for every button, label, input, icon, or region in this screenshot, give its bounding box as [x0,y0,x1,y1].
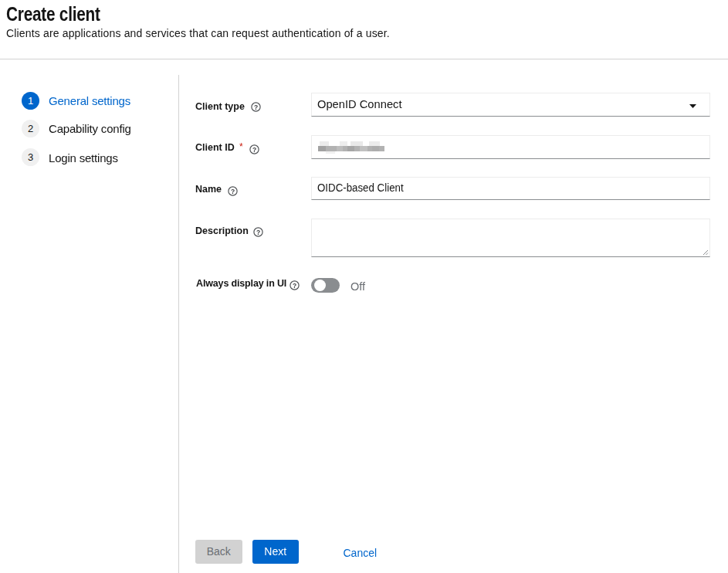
svg-text:?: ? [256,228,260,236]
svg-text:?: ? [231,187,235,195]
svg-text:?: ? [292,281,296,289]
svg-text:?: ? [252,145,256,153]
svg-text:?: ? [254,103,258,110]
